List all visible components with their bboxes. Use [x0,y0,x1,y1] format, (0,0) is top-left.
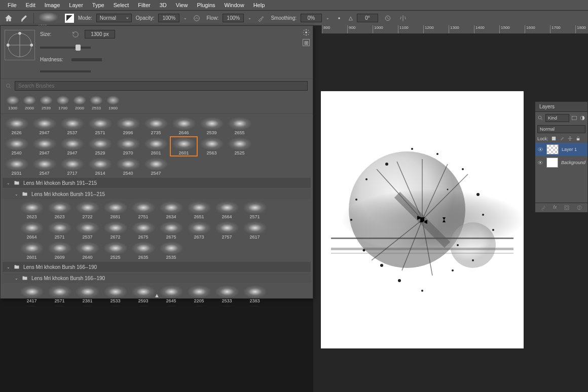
folder-header[interactable]: ⌄Lens Mri khokon Bursh 166--190 [3,262,311,272]
brush-preset[interactable]: 2623 [46,200,74,220]
menu-3d[interactable]: 3D [155,2,171,8]
recent-brush[interactable]: 2000 [72,96,87,110]
brush-preset[interactable] [18,304,46,306]
brush-preset[interactable]: 2571 [241,200,269,220]
brush-preset[interactable]: 2525 [101,241,129,261]
brush-preset[interactable]: 2547 [30,156,58,177]
airbrush-icon[interactable] [255,13,267,24]
brush-preset[interactable]: 2996 [114,116,142,136]
brush-preset[interactable]: 2751 [129,200,157,220]
brush-preset[interactable]: 2537 [58,116,86,136]
brush-preset[interactable]: 2533 [101,284,129,304]
brush-preset[interactable]: 2634 [157,200,185,220]
mode-dropdown[interactable]: Normal [96,14,132,22]
panel-gear-icon[interactable] [303,29,310,36]
brush-preset[interactable] [46,304,74,306]
brush-preset[interactable]: 2931 [3,156,30,177]
recent-brush[interactable]: 1700 [56,96,70,110]
brush-preset[interactable]: 2947 [58,136,86,156]
brush-preset[interactable]: 2947 [30,116,58,136]
brush-preset[interactable]: 2540 [114,156,142,177]
layer-row[interactable]: Layer 1 [535,143,587,156]
lock-trans-icon[interactable] [551,136,557,141]
brush-preset[interactable]: 2735 [142,116,170,136]
lock-move-icon[interactable] [567,136,573,141]
brush-preset[interactable]: 2673 [185,220,213,241]
menu-select[interactable]: Select [109,2,134,8]
size-value[interactable]: 1300 px [85,30,115,38]
menu-filter[interactable]: Filter [133,2,155,8]
layers-tab[interactable]: Layers [535,102,587,112]
menu-edit[interactable]: Edit [21,2,40,8]
brush-preset[interactable]: 2717 [58,156,86,177]
canvas[interactable] [321,91,524,348]
brush-preset[interactable]: 2601 [170,136,198,156]
brush-preset[interactable]: 2571 [46,220,74,241]
hardness-slider[interactable] [40,68,91,74]
subfolder-header[interactable]: ⌄Lens Mri khokon Bursh 191--215 [3,189,311,199]
mask-icon[interactable] [564,205,570,211]
brush-preset[interactable]: 2645 [157,284,185,304]
brush-preset[interactable]: 2381 [74,284,101,304]
brush-preset[interactable]: 2635 [129,241,157,261]
brush-preset[interactable]: 2664 [213,200,241,220]
menu-help[interactable]: Help [249,2,270,8]
brush-preset[interactable] [185,304,213,306]
brush-preset[interactable]: 2547 [142,156,170,177]
search-brushes-input[interactable] [15,81,308,91]
blend-mode-dropdown[interactable]: Normal [537,125,585,133]
brush-preset[interactable]: 2646 [170,116,198,136]
size-slider[interactable] [40,45,91,51]
brush-preset[interactable]: 2681 [101,200,129,220]
recent-brush[interactable]: 2539 [39,96,53,110]
brush-preset[interactable]: 2626 [3,116,30,136]
brush-preset[interactable]: 2664 [18,220,46,241]
folder-header[interactable]: ⌄Lens Mri khokon Bursh 191--215 [3,178,311,188]
fx-icon[interactable]: fx [553,205,557,211]
opacity-pressure-icon[interactable] [191,13,202,24]
brush-preset[interactable]: 2640 [74,241,101,261]
brush-preset[interactable]: 2601 [142,136,170,156]
filter-adjust-icon[interactable] [579,115,585,121]
flow-input[interactable]: 100% [223,14,244,22]
brush-preset[interactable]: 2593 [129,284,157,304]
panel-resize-handle[interactable]: ▲ [154,292,159,297]
brush-preset[interactable]: 2947 [30,136,58,156]
brush-preset[interactable]: 2614 [86,156,114,177]
menu-view[interactable]: View [171,2,193,8]
brush-preset[interactable]: 2537 [74,220,101,241]
recent-brush[interactable]: 1900 [106,96,120,110]
brush-preset[interactable]: 2675 [129,220,157,241]
visibility-icon[interactable] [537,146,543,152]
menu-image[interactable]: Image [40,2,65,8]
new-brush-icon[interactable]: ⊞ [303,39,310,46]
recent-brush[interactable]: 1300 [6,96,20,110]
menu-type[interactable]: Type [88,2,109,8]
symmetry-icon[interactable] [397,13,409,24]
brush-preset[interactable]: 2205 [185,284,213,304]
swatch-toggle-icon[interactable] [65,14,74,23]
brush-preset[interactable]: 2609 [46,241,74,261]
menu-window[interactable]: Window [220,2,249,8]
recent-brush[interactable]: 2533 [89,96,103,110]
recent-brush[interactable]: 2000 [22,96,36,110]
smoothing-gear-icon[interactable] [334,13,345,24]
brush-preset[interactable]: 2539 [198,116,226,136]
brush-preset[interactable]: 2383 [241,284,269,304]
brush-preset[interactable] [101,304,129,306]
lock-all-icon[interactable] [575,136,581,141]
opacity-input[interactable]: 100% [158,14,179,22]
link-icon[interactable] [540,205,546,211]
brush-preset[interactable]: 2529 [86,136,114,156]
brush-preset[interactable]: 2617 [241,220,269,241]
angle-input[interactable]: 0° [357,14,378,22]
brush-preset[interactable]: 2651 [185,200,213,220]
brush-preset[interactable]: 2601 [18,241,46,261]
menu-layer[interactable]: Layer [64,2,88,8]
brush-preset[interactable]: 2757 [213,220,241,241]
filter-kind-dropdown[interactable]: Kind [545,114,569,122]
brush-preset[interactable] [213,304,241,306]
brush-preset[interactable] [74,304,101,306]
brush-preset[interactable] [157,304,185,306]
adjust-layer-icon[interactable] [576,205,582,211]
